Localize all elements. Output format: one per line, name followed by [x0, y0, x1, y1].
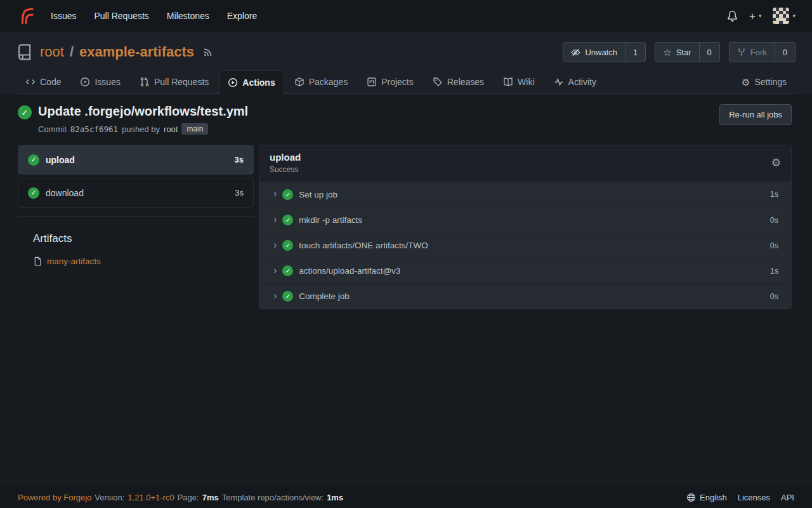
nav-item-issues[interactable]: Issues	[42, 0, 85, 32]
jobs-artifacts-divider	[18, 217, 254, 217]
language-selector[interactable]: English	[686, 493, 727, 502]
stars-count[interactable]: 0	[699, 43, 719, 62]
star-button[interactable]: ☆ Star	[655, 43, 698, 62]
tab-releases[interactable]: Releases	[424, 70, 493, 93]
job-name: download	[46, 188, 84, 198]
step-label: touch artifacts/ONE artifacts/TWO	[299, 241, 428, 250]
artifact-link[interactable]: many-artifacts	[33, 257, 254, 266]
job-success-icon: ✓	[28, 154, 39, 166]
artifacts-heading: Artifacts	[33, 232, 254, 245]
branch-badge[interactable]: main	[181, 123, 208, 135]
step-label: mkdir -p artifacts	[299, 215, 362, 225]
repo-icon	[16, 44, 33, 60]
repo-tabs: Code Issues Pull Requests Actions	[16, 70, 796, 94]
project-icon	[367, 77, 377, 87]
notifications-button[interactable]	[727, 11, 738, 22]
run-title: Update .forgejo/workflows/test.yml	[38, 104, 248, 119]
commit-sha-link[interactable]: 82a5cf6961	[70, 124, 118, 134]
fork-button[interactable]: Fork	[730, 43, 775, 62]
book-icon	[503, 77, 513, 87]
step-duration: 0s	[770, 292, 778, 301]
repo-header: root / example-artifacts	[0, 32, 812, 94]
powered-by-forgejo-link[interactable]: Powered by Forgejo	[18, 493, 91, 502]
language-label: English	[700, 493, 727, 502]
nav-item-milestones[interactable]: Milestones	[158, 0, 218, 32]
tab-wiki[interactable]: Wiki	[494, 70, 543, 93]
step-row-touch[interactable]: › ✓ touch artifacts/ONE artifacts/TWO 0s	[259, 232, 791, 258]
run-success-icon: ✓	[18, 105, 32, 119]
watch-button-group: Unwatch 1	[563, 42, 646, 62]
code-icon	[25, 77, 36, 87]
pushed-by-label: pushed by	[122, 124, 160, 134]
footer-right: English Licenses API	[686, 493, 794, 502]
play-icon	[228, 77, 238, 88]
repo-name-link[interactable]: example-artifacts	[79, 44, 194, 60]
version-link[interactable]: 1.21.0+1-rc0	[128, 493, 174, 502]
tab-projects[interactable]: Projects	[358, 70, 422, 93]
unwatch-button[interactable]: Unwatch	[563, 43, 625, 62]
user-menu-button[interactable]: ▾	[773, 8, 796, 24]
issue-opened-icon	[80, 77, 90, 87]
tab-code[interactable]: Code	[16, 70, 70, 93]
step-label: Set up job	[299, 190, 337, 199]
job-options-gear-icon[interactable]: ⚙	[771, 156, 781, 170]
tab-actions[interactable]: Actions	[219, 70, 284, 94]
repo-title-row: root / example-artifacts	[16, 42, 796, 62]
job-list-item-download[interactable]: ✓ download 3s	[18, 178, 254, 208]
pusher-link[interactable]: root	[164, 124, 178, 134]
tab-activity[interactable]: Activity	[545, 70, 605, 93]
tab-issues[interactable]: Issues	[71, 70, 129, 93]
footer-left: Powered by Forgejo Version: 1.21.0+1-rc0…	[18, 493, 343, 502]
job-panel-title: upload	[270, 152, 301, 163]
step-duration: 1s	[770, 267, 778, 276]
forgejo-logo[interactable]	[16, 6, 36, 25]
chevron-right-icon: ›	[273, 189, 277, 199]
job-panel-status: Success	[270, 165, 301, 174]
gear-icon: ⚙	[742, 77, 750, 87]
job-list-item-upload[interactable]: ✓ upload 3s	[18, 145, 254, 175]
navbar-links: Issues Pull Requests Milestones Explore	[42, 0, 266, 32]
job-detail-panel: upload Success ⚙ › ✓ Set up job 1s › ✓	[259, 145, 792, 309]
job-duration: 3s	[235, 188, 244, 197]
rerun-all-jobs-button[interactable]: Re-run all jobs	[719, 104, 792, 125]
unwatch-label: Unwatch	[585, 48, 617, 57]
rss-icon	[203, 48, 213, 57]
tab-label: Issues	[95, 77, 120, 87]
tab-label: Code	[40, 77, 61, 87]
repo-owner-link[interactable]: root	[40, 44, 64, 60]
git-pull-request-icon	[140, 77, 150, 87]
licenses-link[interactable]: Licenses	[738, 493, 770, 502]
actions-run-view: ✓ Update .forgejo/workflows/test.yml Com…	[0, 94, 812, 486]
nav-item-pull-requests[interactable]: Pull Requests	[85, 0, 157, 32]
template-time-value: 1ms	[327, 493, 343, 502]
forks-count[interactable]: 0	[775, 43, 795, 62]
step-row-complete-job[interactable]: › ✓ Complete job 0s	[259, 283, 791, 309]
fork-icon	[737, 48, 746, 57]
job-name: upload	[46, 155, 75, 165]
bell-icon	[727, 11, 738, 22]
template-time-label: Template repo/actions/view:	[222, 493, 324, 502]
rss-feed-button[interactable]	[203, 48, 213, 57]
tab-settings[interactable]: ⚙ Settings	[733, 70, 796, 93]
tab-pull-requests[interactable]: Pull Requests	[131, 70, 218, 93]
watchers-count[interactable]: 1	[625, 43, 645, 62]
chevron-right-icon: ›	[273, 265, 277, 276]
tab-label: Wiki	[518, 77, 534, 87]
step-success-icon: ✓	[282, 240, 293, 251]
identicon	[773, 8, 789, 24]
chevron-right-icon: ›	[273, 240, 277, 250]
job-steps-list: › ✓ Set up job 1s › ✓ mkdir -p artifacts…	[259, 182, 791, 309]
api-link[interactable]: API	[781, 493, 794, 502]
create-new-button[interactable]: + ▾	[749, 11, 761, 22]
step-row-upload-artifact[interactable]: › ✓ actions/upload-artifact@v3 1s	[259, 258, 791, 283]
tab-label: Packages	[309, 77, 348, 87]
step-row-mkdir[interactable]: › ✓ mkdir -p artifacts 0s	[259, 207, 791, 232]
chevron-right-icon: ›	[273, 215, 277, 225]
tab-packages[interactable]: Packages	[285, 70, 357, 93]
step-row-set-up-job[interactable]: › ✓ Set up job 1s	[259, 182, 791, 207]
step-success-icon: ✓	[282, 265, 293, 276]
nav-item-explore[interactable]: Explore	[218, 0, 266, 32]
step-duration: 1s	[770, 190, 778, 199]
job-panel-header: upload Success ⚙	[259, 145, 791, 182]
step-label: actions/upload-artifact@v3	[299, 266, 400, 276]
